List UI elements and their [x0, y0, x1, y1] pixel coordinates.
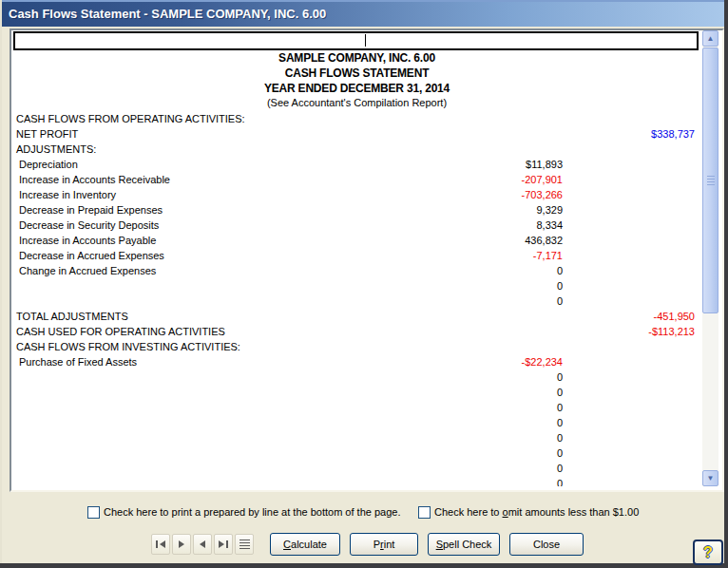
row-total-value: $338,737 [563, 126, 702, 142]
row-label [11, 476, 439, 486]
window-titlebar: Cash Flows Statement - SAMPLE COMPANY, I… [2, 0, 724, 27]
row-label: CASH FLOWS FROM OPERATING ACTIVITIES: [11, 111, 439, 126]
row-detail-value [439, 309, 563, 324]
statement-row: Change in Accrued Expenses 0 [11, 263, 702, 278]
row-total-value [563, 157, 702, 172]
scroll-up-button[interactable]: ▲ [702, 30, 718, 47]
first-record-icon [160, 540, 165, 548]
row-detail-value: 0 [439, 400, 563, 415]
row-total-value [563, 202, 702, 218]
row-label: Decrease in Accrued Expenses [11, 248, 439, 263]
statement-row: CASH USED FOR OPERATING ACTIVITIES -$113… [11, 324, 702, 339]
row-label [11, 430, 439, 445]
row-detail-value: -207,901 [439, 172, 563, 187]
nav-next-record-button[interactable] [172, 534, 191, 555]
row-detail-value [439, 126, 563, 142]
statement-row: 0 [11, 369, 702, 385]
scroll-down-icon: ▼ [707, 474, 715, 483]
window-border-right [724, 0, 728, 568]
record-navigation-toolbar [151, 534, 254, 555]
row-detail-value: 0 [439, 415, 563, 430]
row-total-value [563, 461, 702, 476]
row-total-value [563, 111, 702, 126]
nav-record-list-button[interactable] [235, 534, 254, 555]
row-label: Decrease in Prepaid Expenses [11, 202, 439, 218]
row-label [11, 400, 439, 415]
row-total-value [563, 476, 702, 486]
row-label: Purchase of Fixed Assets [11, 354, 439, 369]
company-name: SAMPLE COMPANY, INC. 6.00 [11, 50, 702, 66]
statement-row: Purchase of Fixed Assets -$22,234 [11, 354, 702, 369]
row-total-value [563, 293, 702, 309]
window-title: Cash Flows Statement - SAMPLE COMPANY, I… [9, 7, 326, 21]
help-button[interactable]: ? [693, 540, 723, 565]
row-label: CASH FLOWS FROM INVESTING ACTIVITIES: [11, 339, 439, 354]
row-total-value [563, 263, 702, 278]
statement-row: 0 [11, 293, 702, 309]
statement-row: 0 [11, 278, 702, 293]
statement-header: SAMPLE COMPANY, INC. 6.00 CASH FLOWS STA… [11, 50, 702, 111]
report-heading-input[interactable] [13, 31, 699, 50]
row-total-value [563, 218, 702, 233]
row-total-value [563, 172, 702, 187]
row-label: TOTAL ADJUSTMENTS [11, 309, 439, 324]
statement-period: YEAR ENDED DECEMBER 31, 2014 [11, 81, 702, 96]
row-total-value [563, 385, 702, 400]
row-label [11, 461, 439, 476]
nav-last-record-button[interactable] [214, 534, 233, 555]
row-total-value [563, 400, 702, 415]
row-detail-value: 0 [439, 369, 563, 385]
row-total-value [563, 278, 702, 293]
checkbox-label: Check here to omit amounts less than $1.… [434, 506, 639, 518]
row-label: Depreciation [11, 157, 439, 172]
row-detail-value: -$22,234 [439, 354, 563, 369]
statement-row: ADJUSTMENTS: [11, 142, 702, 157]
row-detail-value: 0 [439, 461, 563, 476]
row-label: NET PROFIT [11, 126, 439, 142]
row-detail-value: 0 [439, 263, 563, 278]
row-total-value [563, 187, 702, 202]
statement-row: Increase in Accounts Receivable -207,901 [11, 172, 702, 187]
previous-record-icon [200, 540, 205, 548]
statement-row: 0 [11, 415, 702, 430]
print-prepared-by-line-checkbox[interactable]: ✔ Check here to print a prepared by line… [87, 505, 400, 519]
row-label: CASH USED FOR OPERATING ACTIVITIES [11, 324, 439, 339]
checkbox[interactable]: ✔ [418, 506, 431, 519]
text-caret [365, 34, 366, 47]
print-button[interactable]: Print [350, 533, 418, 556]
calculate-button[interactable]: Calculate [270, 533, 340, 556]
vertical-scrollbar[interactable]: ▲ ▼ [702, 30, 718, 486]
statement-title: CASH FLOWS STATEMENT [11, 66, 702, 81]
report-panel: SAMPLE COMPANY, INC. 6.00 CASH FLOWS STA… [10, 28, 724, 492]
statement-row: 0 [11, 430, 702, 445]
row-detail-value: 0 [439, 445, 563, 461]
statement-row: CASH FLOWS FROM INVESTING ACTIVITIES: [11, 339, 702, 354]
row-label [11, 445, 439, 461]
row-detail-value: 0 [439, 385, 563, 400]
statement-row: Depreciation $11,893 [11, 157, 702, 172]
omit-small-amounts-checkbox[interactable]: ✔ Check here to omit amounts less than $… [418, 505, 639, 519]
row-detail-value: 9,329 [439, 202, 563, 218]
row-detail-value: -7,171 [439, 248, 563, 263]
row-label [11, 293, 439, 309]
report-area: SAMPLE COMPANY, INC. 6.00 CASH FLOWS STA… [11, 30, 702, 486]
statement-row: Decrease in Prepaid Expenses 9,329 [11, 202, 702, 218]
statement-row: 0 [11, 400, 702, 415]
row-label [11, 385, 439, 400]
row-total-value [563, 430, 702, 445]
nav-first-record-button[interactable] [151, 534, 170, 555]
row-label: Increase in Accounts Payable [11, 233, 439, 248]
help-question-mark-icon: ? [703, 544, 713, 560]
row-label: Decrease in Security Deposits [11, 218, 439, 233]
statement-row: Increase in Accounts Payable 436,832 [11, 233, 702, 248]
statement-rows: CASH FLOWS FROM OPERATING ACTIVITIES: NE… [11, 111, 702, 486]
scroll-down-button[interactable]: ▼ [702, 470, 718, 486]
row-label [11, 415, 439, 430]
checkbox[interactable]: ✔ [87, 506, 100, 519]
spell-check-button[interactable]: Spell Check [428, 533, 500, 556]
window-border-left [0, 0, 2, 568]
close-button[interactable]: Close [509, 533, 584, 556]
scrollbar-thumb[interactable] [702, 47, 718, 313]
statement-row: Increase in Inventory -703,266 [11, 187, 702, 202]
nav-previous-record-button[interactable] [193, 534, 212, 555]
